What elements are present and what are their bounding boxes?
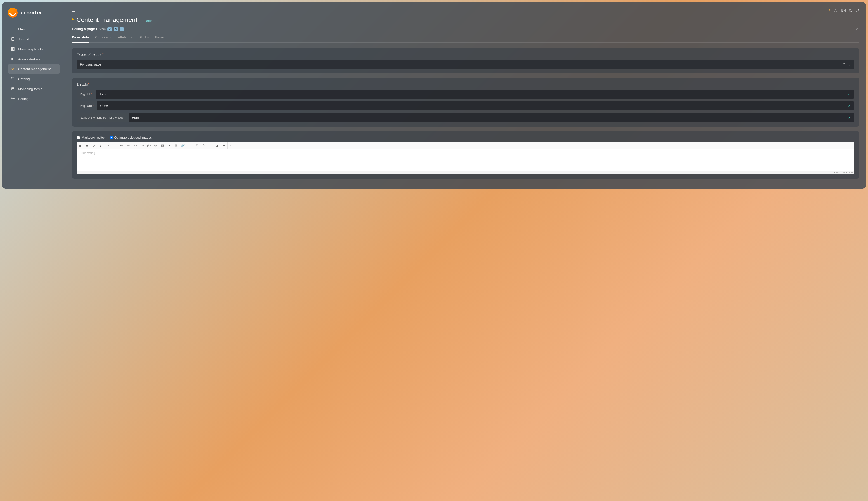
editor-toolbar: B S U I ≡▾ ≣▾ ⇤ ⇥ A▾ Tт▾ [77, 142, 855, 149]
field-label: Page URL* [77, 102, 97, 110]
tab-categories[interactable]: Categories [95, 32, 112, 43]
redo-icon[interactable]: ↷ [200, 142, 207, 149]
sidebar-item-label: Administrators [18, 57, 40, 61]
video-icon[interactable]: ▪ [166, 142, 173, 149]
resize-handle-icon[interactable]: ▪ [79, 171, 80, 174]
forms-icon [11, 87, 15, 91]
subtitle: Editing a page Home V S I [72, 27, 124, 31]
editor-body[interactable]: Start writing... [77, 149, 855, 171]
italic-icon[interactable]: I [97, 142, 104, 149]
field-label: Page title* [77, 90, 96, 99]
eraser-icon[interactable]: ◢ [214, 142, 221, 149]
link-icon[interactable]: 🔗 [179, 142, 186, 149]
logo-text: oneentry [19, 10, 42, 15]
check-icon: ✓ [844, 113, 855, 122]
sidebar-item-settings[interactable]: Settings [8, 94, 60, 104]
sidebar-item-content-management[interactable]: Content management [8, 64, 60, 74]
sidebar-item-menu[interactable]: Menu [8, 24, 60, 34]
svg-point-21 [11, 80, 12, 80]
editor-card: Markdown editor Optimize uploaded images… [72, 131, 859, 179]
svg-point-26 [851, 11, 851, 11]
tab-forms[interactable]: Forms [155, 32, 165, 43]
sidebar-item-label: Settings [18, 97, 30, 101]
svg-rect-22 [11, 87, 14, 90]
svg-point-15 [13, 68, 14, 69]
types-select[interactable]: For usual page ✕ ⌄ [77, 60, 855, 69]
size-icon[interactable]: Tт▾ [138, 142, 145, 149]
font-icon[interactable]: A▾ [132, 142, 138, 149]
badge-i[interactable]: I [120, 27, 124, 31]
paragraph-icon[interactable]: ¶▾ [152, 142, 159, 149]
editor-options: Markdown editor Optimize uploaded images [77, 136, 855, 139]
tab-blocks[interactable]: Blocks [138, 32, 148, 43]
select-actions: ✕ ⌄ [843, 63, 851, 66]
title-row: Content management ←Back [72, 16, 859, 23]
field-page-title: Page title* ✓ [77, 90, 855, 99]
sidebar-item-label: Menu [18, 27, 27, 31]
markdown-checkbox[interactable]: Markdown editor [77, 136, 105, 139]
back-link[interactable]: ←Back [140, 19, 152, 23]
hr-icon[interactable]: — [207, 142, 214, 149]
table-icon[interactable]: ⊞ [173, 142, 179, 149]
blocks-icon [11, 47, 15, 51]
details-label: Details* [77, 83, 855, 86]
sidebar: oneentry Menu Journal Managing blocks Ad… [2, 2, 65, 189]
badge-v[interactable]: V [107, 27, 112, 31]
help-icon[interactable]: ? [234, 142, 241, 149]
journal-icon [11, 37, 15, 41]
status-dot [72, 18, 74, 20]
fullscreen-icon[interactable]: ⤢ [228, 142, 234, 149]
sidebar-item-label: Managing blocks [18, 47, 44, 51]
clear-format-icon[interactable]: T [221, 142, 227, 149]
clear-icon[interactable]: ✕ [843, 63, 845, 66]
sidebar-item-catalog[interactable]: Catalog [8, 74, 60, 84]
hamburger-icon[interactable]: ☰ [72, 8, 75, 13]
underline-icon[interactable]: U [91, 142, 97, 149]
sidebar-item-managing-blocks[interactable]: Managing blocks [8, 44, 60, 54]
ul-icon[interactable]: ≡▾ [104, 142, 111, 149]
entity-id: #5 [856, 28, 859, 31]
page-title-input[interactable] [96, 90, 844, 99]
sidebar-item-administrators[interactable]: Administrators [8, 54, 60, 64]
outdent-icon[interactable]: ⇤ [118, 142, 125, 149]
dev-mode-icon[interactable] [833, 8, 838, 12]
chevron-down-icon[interactable]: ⌄ [849, 63, 851, 66]
ol-icon[interactable]: ≣▾ [111, 142, 118, 149]
svg-point-14 [13, 70, 13, 70]
list-icon [11, 77, 15, 81]
color-icon[interactable]: 🖌▾ [145, 142, 152, 149]
undo-icon[interactable]: ↶ [193, 142, 200, 149]
sidebar-item-label: Content management [18, 67, 51, 71]
sidebar-item-managing-forms[interactable]: Managing forms [8, 84, 60, 94]
logo: oneentry [2, 8, 65, 24]
page-url-input[interactable] [97, 102, 844, 110]
topbar: ☰ ☽ EN [72, 8, 859, 13]
svg-point-13 [11, 68, 12, 69]
optimize-checkbox[interactable]: Optimize uploaded images [109, 136, 152, 139]
language-switch[interactable]: EN [841, 8, 846, 12]
badge-s[interactable]: S [114, 27, 118, 31]
image-icon[interactable]: ▧ [159, 142, 166, 149]
help-icon[interactable] [849, 8, 853, 12]
strike-icon[interactable]: S [84, 142, 91, 149]
types-label: Types of pages * [77, 53, 855, 57]
gear-icon [11, 97, 15, 101]
check-icon: ✓ [844, 90, 855, 99]
tab-attributes[interactable]: Attributes [118, 32, 132, 43]
editor-stats: CHARS: 0 WORDS: 0 [833, 171, 853, 174]
menu-name-input[interactable] [129, 113, 844, 122]
sidebar-nav: Menu Journal Managing blocks Administrat… [2, 24, 65, 104]
subtitle-text: Editing a page Home [72, 27, 106, 31]
logout-icon[interactable] [856, 8, 859, 12]
main-content: ☰ ☽ EN Content management ←Back Editing … [65, 2, 866, 189]
bold-icon[interactable]: B [77, 142, 84, 149]
theme-toggle-icon[interactable]: ☽ [827, 8, 830, 12]
align-icon[interactable]: ≡▾ [187, 142, 193, 149]
sidebar-item-label: Managing forms [18, 87, 42, 91]
key-icon [11, 57, 15, 61]
svg-rect-5 [11, 47, 12, 51]
field-menu-name: Name of the menu item for the page* ✓ [77, 113, 855, 122]
tab-basic-data[interactable]: Basic data [72, 32, 89, 43]
sidebar-item-journal[interactable]: Journal [8, 34, 60, 44]
indent-icon[interactable]: ⇥ [125, 142, 132, 149]
